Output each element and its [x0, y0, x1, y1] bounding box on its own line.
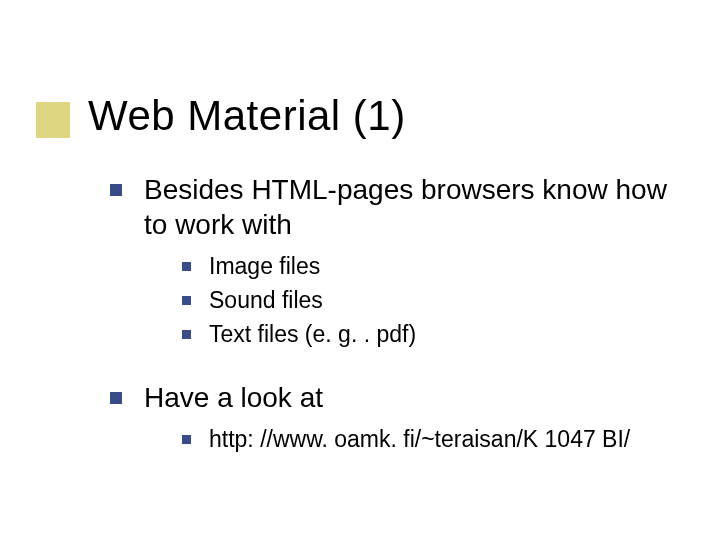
title-accent [36, 102, 70, 138]
list-item: Image files [182, 252, 670, 282]
square-bullet-icon [110, 392, 122, 404]
list-item: Sound files [182, 286, 670, 316]
square-bullet-icon [182, 296, 191, 305]
list-item: http: //www. oamk. fi/~teraisan/K 1047 B… [182, 425, 670, 455]
square-bullet-icon [182, 435, 191, 444]
square-bullet-icon [182, 330, 191, 339]
square-bullet-icon [110, 184, 122, 196]
sub-list: http: //www. oamk. fi/~teraisan/K 1047 B… [182, 425, 670, 455]
sub-list: Image files Sound files Text files (e. g… [182, 252, 670, 350]
list-item-text: Image files [209, 252, 320, 282]
list-item: Text files (e. g. . pdf) [182, 320, 670, 350]
list-item: Besides HTML-pages browsers know how to … [110, 172, 670, 242]
square-bullet-icon [182, 262, 191, 271]
list-item-text: Besides HTML-pages browsers know how to … [144, 172, 670, 242]
list-item-text: Have a look at [144, 380, 323, 415]
list-item-text: Sound files [209, 286, 323, 316]
slide-content: Besides HTML-pages browsers know how to … [110, 172, 670, 473]
list-item-text: http: //www. oamk. fi/~teraisan/K 1047 B… [209, 425, 630, 455]
list-item: Have a look at [110, 380, 670, 415]
slide: Web Material (1) Besides HTML-pages brow… [0, 0, 720, 540]
list-item-text: Text files (e. g. . pdf) [209, 320, 416, 350]
slide-title: Web Material (1) [88, 92, 406, 140]
